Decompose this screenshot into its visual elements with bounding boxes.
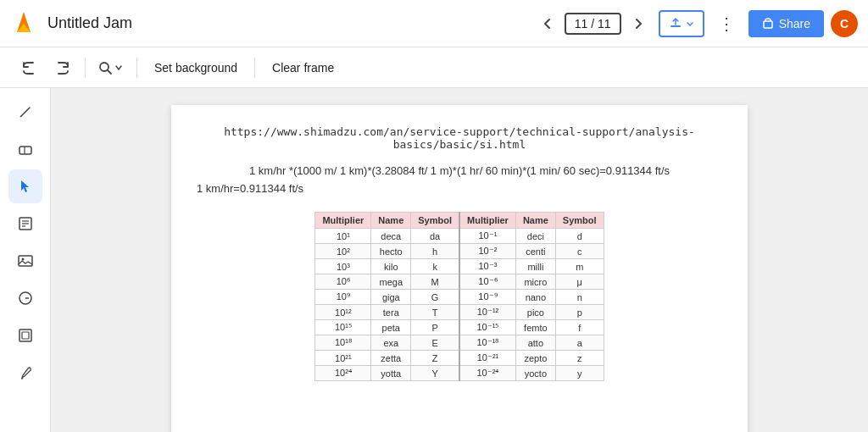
table-cell: 10¹⁵ [315,320,371,335]
undo-button[interactable] [14,53,44,83]
table-row: 10¹²teraT10⁻¹²picop [315,305,604,320]
clear-frame-button[interactable]: Clear frame [264,56,342,80]
upload-button[interactable] [659,10,704,37]
select-tool-button[interactable] [8,169,42,203]
svg-line-5 [108,70,111,74]
table-cell: 10⁻⁹ [459,290,515,305]
table-cell: pico [515,305,555,320]
frame-equation: 1 km/hr *(1000 m/ 1 km)*(3.28084 ft/ 1 m… [197,164,722,177]
frame-url: https://www.shimadzu.com/an/service-supp… [197,125,722,151]
col-symbol-2: Symbol [555,213,604,229]
table-cell: 10⁻²⁴ [459,366,515,381]
sidebar [0,88,51,432]
table-cell: c [555,244,604,259]
table-cell: G [411,290,459,305]
table-cell: peta [371,320,411,335]
top-nav: Untitled Jam 11 / 11 ⋮ Share C [0,0,868,47]
page-indicator: 11 / 11 [565,13,621,35]
table-cell: 10²⁴ [315,366,371,381]
table-row: 10²⁴yottaY10⁻²⁴yoctoy [315,366,604,381]
table-cell: n [555,290,604,305]
col-symbol-1: Symbol [411,213,459,229]
set-background-button[interactable]: Set background [146,56,246,80]
table-cell: deci [515,229,555,244]
table-cell: y [555,366,604,381]
col-name-2: Name [515,213,555,229]
table-cell: 10⁻⁶ [459,274,515,290]
table-cell: yotta [371,366,411,381]
app-logo [10,8,41,39]
table-cell: zetta [371,351,411,366]
si-table: Multiplier Name Symbol Multiplier Name S… [314,212,604,381]
table-cell: da [411,229,459,244]
nav-right: ⋮ Share C [659,8,858,39]
table-cell: μ [555,274,604,290]
table-container: Multiplier Name Symbol Multiplier Name S… [197,212,722,381]
frame: https://www.shimadzu.com/an/service-supp… [171,105,748,432]
note-tool-button[interactable] [8,207,42,241]
table-cell: E [411,335,459,351]
table-cell: f [555,320,604,335]
svg-rect-16 [19,330,31,341]
toolbar: Set background Clear frame [0,47,868,88]
prev-page-button[interactable] [534,10,561,37]
toolbar-divider-1 [85,58,86,78]
share-label: Share [779,17,810,30]
col-name-1: Name [371,213,411,229]
table-cell: 10¹⁸ [315,335,371,351]
table-cell: a [555,335,604,351]
svg-rect-3 [764,21,772,28]
table-cell: 10¹² [315,305,371,320]
table-cell: M [411,274,459,290]
nav-center: 11 / 11 [534,10,652,37]
table-cell: micro [515,274,555,290]
table-cell: 10⁻³ [459,259,515,274]
table-cell: deca [371,229,411,244]
svg-point-13 [21,258,24,261]
image-tool-button[interactable] [8,244,42,278]
table-cell: 10⁻¹⁸ [459,335,515,351]
next-page-button[interactable] [625,10,652,37]
table-cell: m [555,259,604,274]
toolbar-divider-2 [136,58,137,78]
kebab-icon: ⋮ [718,14,735,34]
frame-result: 1 km/hr=0.911344 ft/s [197,182,722,195]
table-cell: Y [411,366,459,381]
table-row: 10²¹zettaZ10⁻²¹zeptoz [315,351,604,366]
table-cell: Z [411,351,459,366]
kebab-menu-button[interactable]: ⋮ [711,8,742,39]
pen-tool-button[interactable] [8,95,42,129]
table-row: 10⁹gigaG10⁻⁹nanon [315,290,604,305]
table-cell: 10⁻¹ [459,229,515,244]
table-cell: 10⁻²¹ [459,351,515,366]
table-cell: 10⁻¹⁵ [459,320,515,335]
table-cell: 10⁹ [315,290,371,305]
avatar: C [831,10,858,37]
app-title: Untitled Jam [47,14,527,32]
svg-rect-17 [22,332,29,339]
table-row: 10¹⁸exaE10⁻¹⁸attoa [315,335,604,351]
share-button[interactable]: Share [748,10,824,37]
table-cell: tera [371,305,411,320]
zoom-button[interactable] [92,57,128,79]
table-cell: exa [371,335,411,351]
table-row: 10¹⁵petaP10⁻¹⁵femtof [315,320,604,335]
frame-tool-button[interactable] [8,318,42,352]
shape-tool-button[interactable] [8,281,42,315]
table-row: 10¹decada10⁻¹decid [315,229,604,244]
table-cell: P [411,320,459,335]
table-row: 10⁶megaM10⁻⁶microμ [315,274,604,290]
table-cell: 10² [315,244,371,259]
table-cell: 10⁻¹² [459,305,515,320]
table-cell: hecto [371,244,411,259]
svg-rect-12 [19,256,32,266]
svg-rect-2 [670,25,681,27]
eraser-tool-button[interactable] [8,132,42,166]
redo-button[interactable] [47,53,78,83]
marker-tool-button[interactable] [8,356,42,390]
col-multiplier-2: Multiplier [459,213,515,229]
toolbar-divider-3 [254,58,255,78]
table-cell: giga [371,290,411,305]
table-cell: milli [515,259,555,274]
table-cell: z [555,351,604,366]
